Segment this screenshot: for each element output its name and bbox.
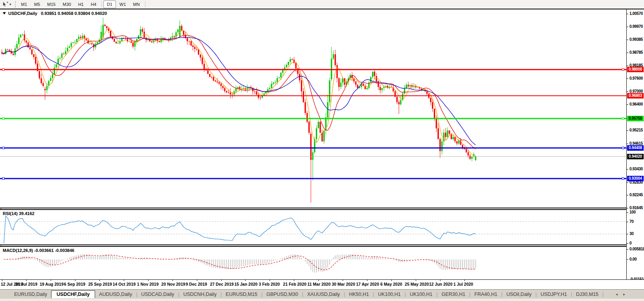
- time-axis-label: 9 Dec 2019: [186, 282, 207, 286]
- main-rsi-separator[interactable]: [0, 208, 644, 208]
- timeframe-button-m30[interactable]: M30: [59, 0, 75, 8]
- rsi-pane[interactable]: RSI(14) 39.4162: [0, 210, 626, 244]
- timeframe-button-m5[interactable]: M5: [31, 0, 44, 8]
- line-selection-handle[interactable]: [2, 69, 4, 71]
- line-selection-handle[interactable]: [622, 69, 624, 71]
- axis-tick-label: 0.93430: [629, 167, 643, 171]
- axis-tick-mark: [627, 249, 628, 250]
- axis-tick-label: 0.94615: [629, 141, 643, 146]
- chart-tab-dj30-m15[interactable]: DJ30,M15: [572, 291, 602, 298]
- time-axis-label: 15 Jan 2020: [234, 282, 257, 286]
- timeframe-button-m15[interactable]: M15: [44, 0, 59, 8]
- time-tick-mark: [197, 280, 197, 281]
- symbol-dropdown-icon[interactable]: [3, 12, 6, 15]
- price-tag-0.94408: 0.94408: [627, 145, 644, 151]
- price-chart-svg[interactable]: [0, 9, 626, 208]
- time-axis-label: 27 Dec 2019: [210, 282, 234, 286]
- axis-tick-label: 1.00570: [629, 11, 643, 16]
- time-tick-mark: [343, 280, 343, 281]
- axis-tick-mark: [627, 144, 628, 144]
- chart-tab-usoil-daily[interactable]: USOil,Daily: [503, 291, 536, 298]
- moving-average-13: [2, 35, 476, 149]
- time-tick-mark: [440, 280, 440, 281]
- chart-tab-uk100-h1[interactable]: UK100,H1: [406, 291, 437, 298]
- price-tag-0.95758: 0.95758: [627, 116, 644, 121]
- toolbar-grip: [15, 1, 16, 7]
- chart-tab-usdcad-daily[interactable]: USDCAD,Daily: [137, 291, 178, 298]
- axis-tick-label: 0: [629, 241, 631, 245]
- axis-tick-label: 0.00: [629, 257, 637, 261]
- macd-histogram: [4, 254, 476, 273]
- axis-tick-mark: [627, 14, 628, 14]
- time-axis-label: 11 Mar 2020: [307, 282, 330, 286]
- line-selection-handle[interactable]: [622, 177, 624, 179]
- axis-tick-mark: [627, 66, 628, 66]
- candles: [1, 18, 476, 202]
- axis-tick-mark: [627, 212, 628, 213]
- axis-tick-mark: [627, 78, 628, 79]
- time-tick-mark: [26, 280, 27, 281]
- rsi-macd-separator[interactable]: [0, 244, 644, 245]
- time-axis-label: 19 Aug 2019: [40, 282, 64, 286]
- chart-tab-eurusd-m15[interactable]: EURUSD,M15: [222, 291, 261, 298]
- main-chart-pane[interactable]: USDCHF,Daily 0.93851 0.94058 0.93804 0.9…: [0, 9, 626, 208]
- chart-tab-audusd-daily[interactable]: AUDUSD,Daily: [95, 291, 136, 298]
- axis-tick-mark: [627, 27, 628, 27]
- chart-tab-usdcnh-daily[interactable]: USDCNH,Daily: [179, 291, 220, 298]
- axis-tick-label: 0.98785: [629, 50, 643, 55]
- macd-label: MACD(12,26,9) -0.003661 -0.003846: [3, 248, 74, 253]
- time-axis-label: 6 May 2020: [380, 282, 402, 286]
- chart-tab-xauusd-daily[interactable]: XAUUSD,Daily: [303, 291, 344, 298]
- time-tick-mark: [2, 280, 2, 281]
- axis-tick-label: 0.99385: [629, 37, 643, 42]
- toolbar-separator: [145, 1, 145, 7]
- current-price-tag: 0.94020: [627, 154, 644, 159]
- axis-tick-label: 100: [629, 210, 636, 214]
- timeframe-button-d1[interactable]: D1: [103, 0, 116, 8]
- macd-chart-svg[interactable]: [0, 247, 626, 279]
- time-tick-mark: [148, 280, 149, 281]
- macd-pane[interactable]: MACD(12,26,9) -0.003661 -0.003846: [0, 247, 626, 279]
- time-axis-label: 12 Jun 2020: [429, 282, 453, 286]
- time-axis-label: 1 Jul 2020: [453, 282, 473, 286]
- time-tick-mark: [294, 280, 294, 281]
- axis-tick-mark: [627, 53, 628, 53]
- timeframe-button-mn[interactable]: MN: [130, 0, 143, 8]
- chart-tab-usdchf-daily[interactable]: USDCHF,Daily: [51, 290, 95, 298]
- line-selection-handle[interactable]: [622, 118, 624, 120]
- time-axis-label: 3 Feb 2020: [259, 282, 280, 286]
- time-tick-mark: [51, 280, 51, 281]
- time-axis-label: 21 Feb 2020: [283, 282, 306, 286]
- timeframe-button-h4[interactable]: H4: [87, 0, 100, 8]
- chart-tab-usdjpy-h1[interactable]: USDJPY,H1: [537, 291, 571, 298]
- line-selection-handle[interactable]: [2, 147, 4, 149]
- axis-tick-mark: [627, 195, 628, 195]
- chart-tab-eurusd-daily[interactable]: EURUSD,Daily: [10, 291, 51, 298]
- chart-title[interactable]: USDCHF,Daily 0.93851 0.94058 0.93804 0.9…: [3, 11, 107, 16]
- axis-tick-label: 30: [629, 232, 634, 236]
- axis-tick-label: 0.99970: [629, 24, 643, 29]
- cursor-tool-button[interactable]: ▾: [0, 0, 13, 9]
- chart-title-ohlc: 0.93851 0.94058 0.93804 0.94020: [41, 11, 107, 16]
- timeframe-button-w1[interactable]: W1: [116, 0, 130, 8]
- axis-tick-mark: [627, 182, 628, 183]
- timeframe-button-m1[interactable]: M1: [18, 0, 31, 8]
- time-tick-mark: [270, 280, 270, 281]
- chart-tab-uk100-h1[interactable]: UK100,H1: [374, 291, 405, 298]
- line-selection-handle[interactable]: [2, 177, 4, 179]
- crosshair-cursor-icon: [2, 1, 9, 7]
- time-axis[interactable]: 12 Jul 201931 Jul 201919 Aug 20196 Sep 2…: [0, 280, 644, 289]
- chart-tab-gbpusd-m30[interactable]: GBPUSD,M30: [262, 291, 302, 298]
- line-selection-handle[interactable]: [2, 118, 4, 120]
- price-axis[interactable]: 1.005700.999700.993850.987850.981850.976…: [627, 9, 644, 279]
- rsi-chart-svg[interactable]: [0, 210, 626, 244]
- tabs-scroll-right-icon[interactable]: ▸: [623, 292, 625, 296]
- chart-tab-hk50-h1[interactable]: HK50,H1: [345, 291, 373, 298]
- chart-tab-ger30-h1[interactable]: GER30,H1: [438, 291, 469, 298]
- tabs-scroll-left-icon[interactable]: ◂: [616, 292, 618, 296]
- line-selection-handle[interactable]: [622, 147, 624, 149]
- axis-tick-label: 0.97600: [629, 76, 643, 80]
- chart-tab-fra40-h1[interactable]: FRA40,H1: [470, 291, 501, 298]
- time-tick-mark: [99, 280, 100, 281]
- timeframe-button-h1[interactable]: H1: [75, 0, 87, 8]
